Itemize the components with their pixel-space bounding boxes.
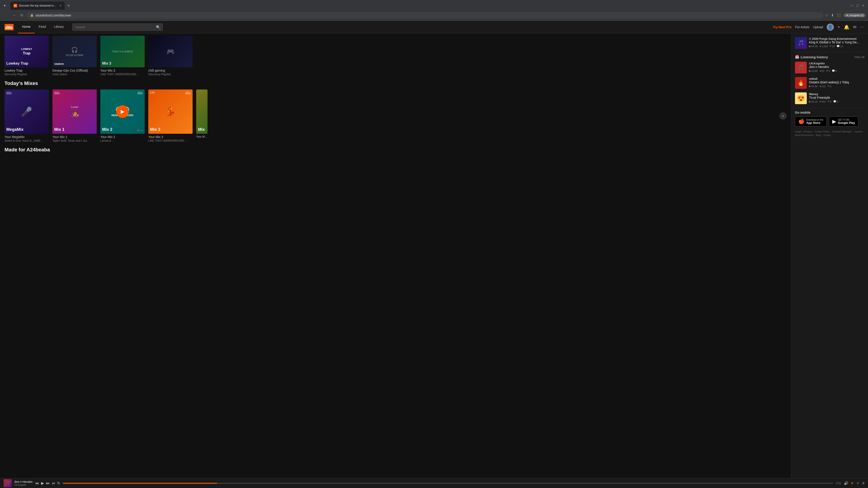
- play-pause-button[interactable]: ▶: [41, 481, 44, 485]
- nav-library[interactable]: Library: [50, 21, 68, 33]
- svg-rect-31: [140, 92, 141, 94]
- svg-rect-23: [57, 92, 57, 94]
- user-avatar[interactable]: 👤: [827, 24, 834, 31]
- forward-button[interactable]: →: [11, 12, 17, 18]
- volume-button[interactable]: 🔊: [844, 481, 848, 485]
- progress-bar[interactable]: [63, 483, 833, 484]
- list-item[interactable]: 🎵 I.N.Kognito Jimi n Hendrix ▶ 19.6K ♥ 9…: [795, 62, 864, 73]
- tab-close-button[interactable]: ×: [60, 4, 61, 7]
- maximize-button[interactable]: □: [857, 4, 859, 8]
- svg-rect-13: [8, 91, 8, 94]
- nav-home[interactable]: Home: [18, 21, 35, 33]
- card-sub: Discovery Playlists: [4, 73, 49, 76]
- made-for-title: Made for A24beaba: [4, 147, 786, 153]
- more-options-icon[interactable]: ···: [860, 25, 864, 29]
- next-carousel-button[interactable]: ›: [779, 112, 786, 120]
- list-item[interactable]: TONY H & SWAVE Mix 3 Your Mix 3 LIKE THA…: [100, 36, 145, 76]
- play-button[interactable]: ▶: [116, 105, 129, 118]
- soundcloud-logo-icon: [4, 24, 13, 30]
- sidebar-stats: ▶ 19.6K ♥ 93 ⟳ 3 💬 6: [809, 69, 864, 72]
- mix-thumbnail: 🎤 MegaMix: [4, 90, 49, 134]
- footer-legal[interactable]: Legal: [795, 130, 801, 133]
- list-item[interactable]: 🎵 © 2020 Purge Gang Entertainment King K…: [795, 37, 864, 49]
- mail-icon[interactable]: ✉: [853, 25, 857, 30]
- list-item[interactable]: 🎮 chill gaming Discovery Playlists: [148, 36, 193, 76]
- new-tab-button[interactable]: +: [66, 3, 72, 8]
- list-item[interactable]: Lover 👩‍🎤 Mix 1: [53, 90, 97, 142]
- search-icon[interactable]: 🔍: [156, 25, 160, 29]
- for-artists-link[interactable]: For Artists: [795, 25, 809, 29]
- svg-rect-16: [10, 92, 10, 94]
- sc-header-right: Try Next Pro For Artists Upload 👤 ▼ 🔔 ✉ …: [773, 24, 864, 31]
- list-item[interactable]: Mix Your M...: [196, 90, 208, 142]
- footer-artist-resources[interactable]: Artist Resources: [795, 134, 813, 136]
- app-store-button[interactable]: 🍎 Download on the App Store: [795, 117, 827, 127]
- sidebar-artist: © 2020 Purge Gang Entertainment: [809, 37, 864, 40]
- back-button[interactable]: ←: [3, 12, 9, 18]
- mix-title: Your MegaMix: [4, 135, 49, 139]
- svg-rect-6: [9, 26, 10, 29]
- shuffle-button[interactable]: ⇄: [52, 481, 55, 485]
- google-play-button[interactable]: ▶ GET IT ON Google Play: [829, 117, 858, 127]
- card-title: Lowkey Trap: [4, 69, 49, 72]
- content-area: LOWKEY Trap Lowkey Trap Lowkey Trap Disc…: [0, 33, 791, 478]
- list-item[interactable]: 💃 LTU Mix 3: [148, 90, 193, 142]
- card-thumbnail: 🎮: [148, 36, 193, 67]
- footer-blog[interactable]: Blog: [816, 134, 821, 136]
- heart-icon[interactable]: ♥: [137, 128, 139, 132]
- svg-rect-30: [140, 92, 140, 94]
- extensions-icon[interactable]: ⬛: [837, 13, 841, 18]
- sc-header: Home Feed Library 🔍 Try Next Pro For Art…: [0, 21, 868, 33]
- url-bar[interactable]: 🔒 soundcloud.com/discover: [26, 12, 823, 19]
- sidebar-track-info: © 2020 Purge Gang Entertainment King K G…: [809, 37, 864, 49]
- bookmark-icon[interactable]: ☆: [825, 13, 828, 18]
- list-item[interactable]: 🎤 MegaMix: [4, 90, 49, 142]
- download-icon[interactable]: ⬇: [831, 13, 834, 18]
- footer-charts[interactable]: Charts: [824, 134, 831, 136]
- reload-button[interactable]: ↻: [19, 12, 25, 18]
- add-to-playlist-button[interactable]: ＋: [856, 481, 860, 486]
- repeat-button[interactable]: ↻: [57, 481, 60, 485]
- tab-favicon: SC: [13, 4, 17, 7]
- window-controls: ─ □ ×: [850, 4, 866, 8]
- footer-imprint[interactable]: Imprint: [855, 130, 862, 133]
- like-button[interactable]: ♥: [851, 481, 853, 485]
- tab-back-arrow[interactable]: ▼: [2, 3, 8, 8]
- list-item[interactable]: LOWKEY Trap Lowkey Trap Lowkey Trap Disc…: [4, 36, 49, 76]
- view-all-button[interactable]: View all: [854, 55, 864, 59]
- svg-rect-40: [189, 92, 189, 94]
- more-options-button[interactable]: ···: [140, 128, 143, 132]
- svg-rect-25: [58, 92, 59, 94]
- listening-history-section: 📅 Listening history View all: [795, 55, 864, 59]
- footer-consent-manager[interactable]: Consent Manager: [832, 130, 852, 133]
- minimize-button[interactable]: ─: [850, 4, 853, 8]
- search-input[interactable]: [72, 24, 163, 31]
- active-tab[interactable]: SC Discover the top streamed mus... ×: [10, 2, 65, 10]
- try-next-pro-button[interactable]: Try Next Pro: [773, 25, 792, 29]
- close-window-button[interactable]: ×: [862, 4, 864, 8]
- browser-chrome: ▼ SC Discover the top streamed mus... × …: [0, 0, 868, 21]
- list-item[interactable]: 😎 🎤 HEAR THIS MUSIC ▶ Mix 2 ♥ ···: [100, 90, 145, 142]
- footer-cookie-policy[interactable]: Cookie Policy: [814, 130, 830, 133]
- sc-logo[interactable]: [4, 24, 13, 30]
- mix-title: Your Mix 2: [100, 135, 145, 139]
- upload-button[interactable]: Upload: [813, 25, 823, 29]
- footer-privacy[interactable]: Privacy: [804, 130, 812, 133]
- nav-feed[interactable]: Feed: [35, 21, 50, 33]
- avatar-dropdown-icon[interactable]: ▼: [837, 26, 840, 29]
- list-item[interactable]: 😍 Wavey Trust Freestyle ▶ 29.1K ♥ 281 ⟳ …: [795, 92, 864, 104]
- sidebar-thumb: 🔥: [795, 77, 807, 89]
- apple-icon: 🍎: [798, 119, 804, 125]
- more-player-options[interactable]: ≡: [862, 481, 864, 485]
- sc-search[interactable]: 🔍: [72, 24, 163, 31]
- notifications-bell[interactable]: 🔔: [844, 24, 849, 30]
- todays-mixes-title: Today's Mixes: [4, 80, 786, 86]
- list-item[interactable]: 🔥 mikoll Ostatni dzień wakacji z Tobą ▶ …: [795, 77, 864, 89]
- sidebar-stats: ▶ 20.4K ♥ 112 ⟳ 3: [809, 85, 864, 88]
- prev-button[interactable]: ⏮: [35, 481, 39, 485]
- next-button[interactable]: ⏭: [46, 481, 50, 485]
- list-item[interactable]: 🎧 DJ LEX & CISHE station Deejay-Gijs Cox…: [53, 36, 97, 76]
- play-count: ▶ 29.1K: [809, 100, 818, 103]
- mix-title: Your M...: [196, 135, 208, 138]
- sidebar-artist: mikoll: [809, 77, 864, 80]
